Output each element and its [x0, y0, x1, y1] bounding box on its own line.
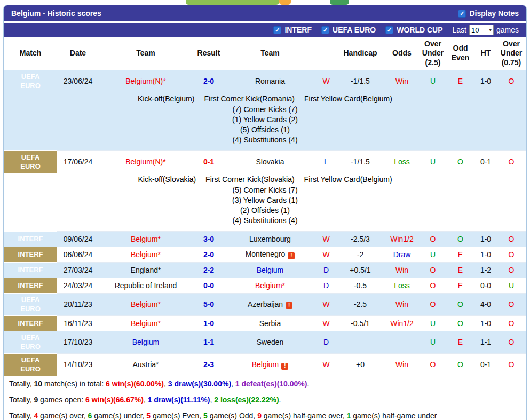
half-time-score: 1-1 — [475, 331, 496, 353]
match-row: UEFA EURO14/10/23Austria*2-3Belgium!W+0W… — [4, 353, 526, 376]
summary-segment: , — [231, 379, 235, 388]
match-row: INTERF27/03/24England*2-2BelgiumD+0.5/1W… — [4, 262, 526, 278]
match-result: 0-0 — [193, 278, 225, 293]
summary-segment: game(s) half-game over, — [262, 411, 347, 420]
col-header-odds: Odds — [384, 37, 420, 70]
col-header-ht: HT — [475, 37, 496, 70]
note-line: (4) Substitutions (4) — [4, 216, 526, 226]
over-under-075: U — [496, 278, 526, 293]
display-notes-checkbox[interactable]: ✓ — [458, 10, 466, 18]
summary-segment: match(es) in total: — [42, 379, 106, 388]
match-notes-row: Kick-off(Slovakia)First Corner Kick(Slov… — [4, 173, 526, 232]
notes-header-line: Kick-off(Slovakia)First Corner Kick(Slov… — [4, 174, 526, 185]
odds-result — [384, 331, 420, 353]
odd-even: E — [446, 331, 475, 353]
note-line: (2) Offsides (1) — [4, 205, 526, 216]
filter-checkboxes: ✓INTERF✓UEFA EURO✓WORLD CUP — [273, 26, 442, 34]
match-competition-badge: INTERF — [4, 247, 57, 262]
summary-segment: Totally, — [9, 395, 34, 404]
home-team-cell: Belgium(N)* — [99, 70, 193, 92]
team-name: Belgium* — [131, 300, 161, 308]
over-under-25: U — [420, 331, 446, 353]
handicap-line: +0 — [337, 353, 384, 376]
red-card-icon: ! — [281, 363, 288, 370]
home-team-cell: Republic of Ireland — [99, 278, 193, 293]
match-result: 5-0 — [193, 293, 225, 315]
match-result: 2-0 — [193, 247, 225, 262]
half-time-score: 0-1 — [475, 353, 496, 376]
match-notes: Kick-off(Belgium)First Corner Kick(Roman… — [4, 92, 526, 151]
handicap-outcome: W — [315, 293, 337, 315]
match-result: 2-0 — [193, 70, 225, 92]
over-under-075: O — [496, 231, 526, 247]
filter-uefa-euro[interactable]: ✓UEFA EURO — [321, 26, 376, 34]
away-team-cell: Luxembourg — [225, 231, 315, 247]
over-under-075: O — [496, 315, 526, 331]
banner-fragment — [279, 0, 291, 5]
match-result: 1-1 — [193, 331, 225, 353]
team-name: Belgium* — [131, 235, 161, 243]
handicap-line: -1/1.5 — [337, 70, 384, 92]
odd-even: O — [446, 231, 475, 247]
handicap-line — [337, 331, 384, 353]
half-time-score: 1-2 — [475, 262, 496, 278]
over-under-25: O — [420, 353, 446, 376]
historic-scores-panel: Belgium - Historic scores ✓ Display Note… — [3, 5, 527, 420]
team-name: Slovakia — [256, 157, 284, 166]
note-header-item: First Corner Kick(Romania) — [204, 93, 295, 105]
filter-world-cup[interactable]: ✓WORLD CUP — [385, 26, 442, 34]
match-row: UEFA EURO23/06/24Belgium(N)*2-0RomaniaW-… — [4, 70, 526, 92]
over-under-25: U — [420, 70, 446, 92]
handicap-line: -2.5 — [337, 293, 384, 315]
odds-result: Win1/2 — [384, 231, 420, 247]
team-name: Belgium(N)* — [125, 77, 165, 85]
team-name: Belgium* — [255, 281, 285, 290]
summary-segment: Totally, — [9, 379, 34, 388]
match-date: 17/06/24 — [57, 150, 99, 173]
panel-title: Belgium - Historic scores — [11, 9, 101, 18]
summary-segment: 6 win(s)(60.00%) — [106, 379, 164, 388]
summary-section: Totally, 10 match(es) in total: 6 win(s)… — [4, 376, 526, 420]
filter-interf[interactable]: ✓INTERF — [273, 26, 312, 34]
away-team-cell: Belgium* — [225, 278, 315, 293]
note-line: (7) Corner Kicks (7) — [4, 105, 526, 115]
handicap-outcome: W — [315, 231, 337, 247]
checkbox-icon[interactable]: ✓ — [273, 26, 281, 34]
over-under-075: O — [496, 293, 526, 315]
handicap-line: -2 — [337, 247, 384, 262]
select-caret-icon: ▾ — [489, 27, 492, 33]
home-team-cell: Belgium(N)* — [99, 150, 193, 173]
odd-even: O — [446, 150, 475, 173]
summary-segment: , — [164, 379, 168, 388]
display-notes-toggle[interactable]: ✓ Display Notes — [458, 9, 519, 18]
home-team-cell: Belgium* — [99, 247, 193, 262]
match-competition-badge: INTERF — [4, 278, 57, 293]
summary-segment: . — [279, 395, 281, 404]
odd-even: O — [446, 315, 475, 331]
half-time-score: 0-1 — [475, 150, 496, 173]
match-result: 2-3 — [193, 353, 225, 376]
col-header-date: Date — [57, 37, 99, 70]
summary-segment: game(s) over, — [38, 411, 88, 420]
checkbox-icon[interactable]: ✓ — [385, 26, 393, 34]
summary-segment: game(s) Odd, — [208, 411, 257, 420]
match-row: INTERF24/03/24Republic of Ireland0-0Belg… — [4, 278, 526, 293]
page: Belgium - Historic scores ✓ Display Note… — [0, 0, 530, 420]
match-result: 0-1 — [193, 150, 225, 173]
team-name: Romania — [255, 77, 285, 85]
summary-segment: , — [210, 395, 214, 404]
last-games-select[interactable]: 10 ▾ — [469, 25, 494, 35]
checkbox-icon[interactable]: ✓ — [321, 26, 329, 34]
handicap-outcome: D — [315, 262, 337, 278]
match-competition-badge: UEFA EURO — [4, 331, 57, 353]
summary-segment: , — [144, 395, 148, 404]
odd-even: E — [446, 70, 475, 92]
banner-fragment — [186, 0, 279, 5]
away-team-cell: Slovakia — [225, 150, 315, 173]
match-date: 09/06/24 — [57, 231, 99, 247]
handicap-outcome: D — [315, 331, 337, 353]
over-under-075: O — [496, 353, 526, 376]
match-date: 24/03/24 — [57, 278, 99, 293]
red-card-icon: ! — [286, 302, 292, 309]
summary-segment: game(s) half-game under — [351, 411, 437, 420]
